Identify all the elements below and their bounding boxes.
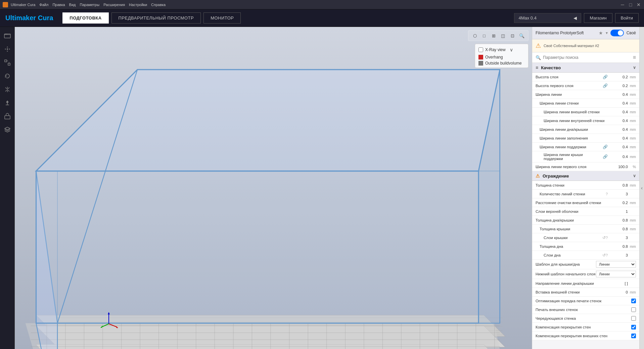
svg-marker-59	[36, 70, 500, 171]
infill-line-width-input[interactable]	[608, 136, 628, 140]
first-layer-height-input[interactable]	[608, 84, 628, 88]
layer-height-link-icon[interactable]: 🔗	[603, 75, 608, 79]
support-roof-link-icon[interactable]: 🔗	[603, 154, 608, 159]
top-view-icon[interactable]: ⊞	[490, 32, 497, 39]
outer-wall-wipe-input[interactable]	[608, 201, 628, 205]
perspective-view-icon[interactable]: ⬡	[471, 32, 478, 39]
close-button[interactable]: ✕	[636, 2, 641, 7]
support-roof-unit: mm	[628, 155, 636, 159]
support-line-width-input[interactable]	[608, 145, 628, 149]
scale-tool-button[interactable]	[1, 56, 13, 69]
first-layer-line-width-label: Ширина линии первого слоя	[536, 165, 608, 169]
wall-overlap-compensation-checkbox[interactable]	[631, 325, 636, 329]
printer-selector[interactable]: 4Max 0.4 ◀	[514, 13, 581, 23]
settings-panel[interactable]: ≡ Качество ∨ Высота слоя 🔗 mm Высота пер…	[532, 63, 639, 349]
bottom-initial-pattern-label: Нижний шаблон начального слоя	[536, 272, 596, 276]
outer-wall-overlap-compensation-checkbox[interactable]	[631, 334, 636, 338]
bottom-initial-pattern-select[interactable]: Линии Концентрический	[596, 271, 636, 277]
top-layers-input[interactable]	[608, 209, 628, 214]
preview-tab[interactable]: ПРЕДВАРИТЕЛЬНЫЙ ПРОСМОТР	[111, 12, 201, 24]
material-toggle[interactable]	[610, 30, 624, 36]
move-tool-button[interactable]	[1, 43, 13, 55]
print-outer-walls-checkbox[interactable]	[631, 307, 636, 312]
login-button[interactable]: Войти	[615, 13, 639, 23]
inner-wall-line-width-input[interactable]	[608, 119, 628, 123]
printer-chevron-icon: ◀	[573, 15, 577, 21]
walls-section-label: Ограждение	[543, 173, 569, 179]
open-folder-button[interactable]	[1, 30, 13, 42]
top-layers-reset-icon[interactable]: ↺	[602, 235, 606, 240]
top-bottom-line-width-label: Ширина линии дна/крышки	[536, 127, 608, 131]
bottom-layers-count-input[interactable]	[608, 253, 628, 257]
bottom-layers-reset-icon[interactable]: ↺	[602, 253, 606, 258]
outer-wall-inset-input[interactable]	[608, 290, 628, 294]
outer-wall-overlap-compensation-row: Компенсация перекрытия внешних стен	[532, 332, 639, 340]
maximize-button[interactable]: □	[628, 2, 633, 7]
menu-params[interactable]: Параметры	[80, 3, 99, 7]
prepare-tab[interactable]: ПОДГОТОВКА	[62, 12, 108, 24]
menu-settings[interactable]: Настройки	[129, 3, 147, 7]
svg-line-76	[101, 324, 109, 327]
optimize-wall-order-checkbox[interactable]	[631, 299, 636, 303]
settings-menu-icon[interactable]: ≡	[633, 54, 636, 61]
monitor-tab[interactable]: МОНИТОР	[203, 12, 241, 24]
shop-button[interactable]: Магазин	[584, 13, 612, 23]
first-layer-line-width-input[interactable]	[608, 165, 628, 169]
folder-icon	[4, 32, 11, 39]
menu-edit[interactable]: Правка	[52, 3, 65, 7]
quality-section-header[interactable]: ≡ Качество ∨	[532, 63, 639, 73]
side-view-icon[interactable]: ◫	[499, 32, 507, 39]
mirror-tool-button[interactable]	[1, 83, 13, 95]
top-thickness-input[interactable]	[608, 227, 628, 231]
right-panel-collapse-button[interactable]: ‹	[639, 27, 644, 349]
support-tool-button[interactable]	[1, 97, 13, 109]
wall-thickness-input[interactable]	[608, 183, 628, 187]
rotate-tool-button[interactable]	[1, 70, 13, 82]
xray-checkbox[interactable]	[478, 47, 483, 52]
wall-line-width-input[interactable]	[608, 101, 628, 105]
fit-view-icon[interactable]: ⊡	[509, 32, 516, 39]
support-line-link-icon[interactable]: 🔗	[603, 145, 608, 149]
alternating-wall-checkbox[interactable]	[631, 316, 636, 321]
top-bottom-pattern-select[interactable]: Линии Концентрический	[596, 261, 636, 268]
walls-icon: ⚠	[536, 173, 540, 179]
support-unit: mm	[628, 145, 636, 149]
inner-wall-unit: mm	[628, 119, 636, 123]
first-layer-unit: mm	[628, 84, 636, 88]
first-layer-link-icon[interactable]: 🔗	[603, 83, 608, 88]
menu-help[interactable]: Справка	[151, 3, 166, 7]
material-dropdown-icon[interactable]: ▾	[606, 31, 608, 35]
optimize-wall-order-row: Оптимизация порядка печати стенок	[532, 297, 639, 305]
infill-line-width-row: Ширина линии заполнения mm	[532, 134, 639, 143]
support-roof-line-width-input[interactable]	[608, 155, 628, 159]
zoom-icon[interactable]: 🔍	[518, 32, 525, 39]
line-width-input[interactable]	[608, 92, 628, 96]
outer-wall-line-width-input[interactable]	[608, 110, 628, 114]
wall-line-count-input[interactable]	[608, 192, 628, 196]
per-model-settings-button[interactable]	[1, 110, 13, 122]
top-bottom-thickness-input[interactable]	[608, 218, 628, 222]
top-bottom-direction-input[interactable]	[608, 281, 628, 285]
top-layers-count-input[interactable]	[608, 236, 628, 240]
menu-file[interactable]: Файл	[39, 3, 48, 7]
xray-expand-btn[interactable]: ∨	[508, 46, 515, 53]
wall-thickness-label: Толщина стенки	[536, 183, 608, 187]
line-width-unit: mm	[628, 92, 636, 96]
top-bottom-line-width-input[interactable]	[608, 127, 628, 131]
layers-button[interactable]	[1, 124, 13, 136]
layer-height-input[interactable]	[608, 75, 628, 79]
bottom-thickness-input[interactable]	[608, 244, 628, 248]
material-favorite-icon[interactable]: ★	[599, 30, 603, 36]
infill-unit: mm	[628, 136, 636, 140]
outer-wall-unit: mm	[628, 110, 636, 114]
menu-view[interactable]: Вид	[69, 3, 76, 7]
print-outer-walls-label: Печать внешних стенок	[536, 308, 631, 312]
infill-line-width-label: Ширина линии заполнения	[536, 136, 608, 140]
front-view-icon[interactable]: □	[480, 32, 488, 39]
toggle-label: Своё	[627, 31, 636, 35]
settings-search-input[interactable]	[543, 55, 631, 60]
3d-viewport[interactable]: ⬡ □ ⊞ ◫ ⊡ 🔍 X-Ray view ∨ Overhang Outsid…	[15, 27, 532, 349]
walls-section-header[interactable]: ⚠ Ограждение ∨	[532, 171, 639, 181]
menu-extensions[interactable]: Расширения	[103, 3, 125, 7]
minimize-button[interactable]: ─	[620, 2, 625, 7]
